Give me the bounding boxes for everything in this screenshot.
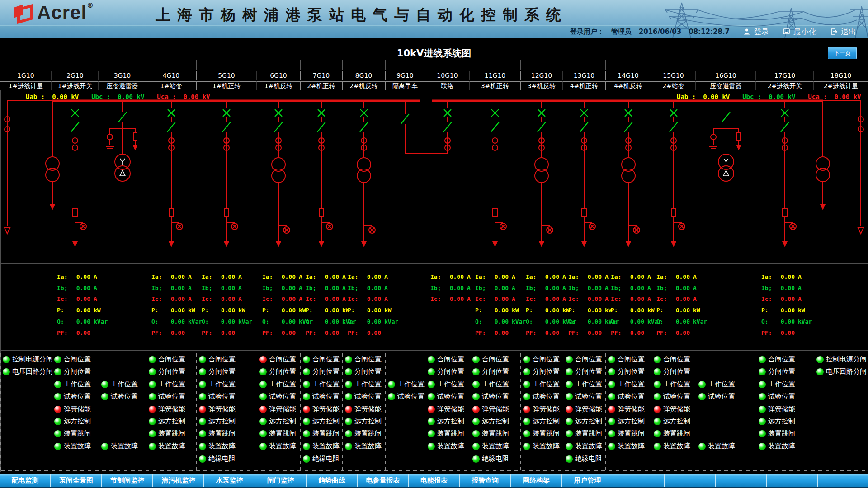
status-col11-合闸位置: 合闸位置 — [472, 356, 509, 363]
measurement-PF-col4: PF:0.00 — [151, 329, 188, 337]
nav-tab-配电监测[interactable]: 配电监测 — [0, 474, 50, 487]
status-label: 装置跳闸 — [269, 429, 296, 438]
status-label: 工作位置 — [618, 380, 645, 389]
nav-tab-趋势曲线[interactable]: 趋势曲线 — [307, 474, 357, 487]
led-green — [149, 368, 156, 375]
page-title: 10kV进线系统图 — [0, 47, 868, 60]
status-col4-装置跳闸: 装置跳闸 — [149, 430, 185, 437]
separator-line — [0, 263, 868, 264]
status-label: 工作位置 — [482, 380, 509, 389]
measurement-Ib-col6: Ib;0.00A — [262, 284, 302, 292]
measurement-P-col8: P:0.00kW — [348, 306, 392, 314]
status-col4-工作位置: 工作位置 — [149, 380, 185, 388]
status-label: 装置跳闸 — [618, 429, 645, 438]
status-col6-远方控制: 远方控制 — [259, 418, 296, 425]
status-col4-合闸位置: 合闸位置 — [149, 356, 185, 363]
led-green — [608, 443, 615, 450]
status-label: 合闸位置 — [354, 355, 382, 364]
status-col13-分闸位置: 分闸位置 — [566, 368, 602, 375]
led-red — [259, 406, 267, 413]
header-tick — [385, 60, 386, 70]
status-label: 装置故障 — [768, 442, 795, 450]
measurement-Q-col5: Q:0.00kVar — [202, 318, 252, 325]
status-col2-远方控制: 远方控制 — [54, 418, 91, 425]
bay-code-2G10: 2G10 — [52, 71, 99, 80]
led-green — [523, 418, 530, 425]
status-label: 分闸位置 — [312, 367, 340, 376]
status-dashed-separator — [99, 353, 99, 470]
status-label: 合闸位置 — [575, 355, 602, 364]
nav-tab-empty[interactable] — [613, 474, 664, 487]
bay-name-18G10: 2#进线计量 — [814, 81, 868, 90]
login-user-value: 管理员 — [611, 28, 632, 36]
led-green — [566, 455, 573, 463]
header-tick — [52, 60, 52, 70]
bay-code-18G10: 18G10 — [814, 71, 868, 80]
nav-tab-empty[interactable] — [767, 474, 817, 487]
nav-tab-empty[interactable] — [818, 474, 868, 487]
status-label: 合闸位置 — [618, 355, 645, 364]
measurement-Ic-col5: Ic:0.00A — [202, 295, 242, 303]
nav-tab-empty[interactable] — [716, 474, 766, 487]
status-label: 装置跳闸 — [533, 429, 560, 438]
led-green — [303, 393, 310, 400]
nav-tab-用户管理[interactable]: 用户管理 — [562, 474, 613, 487]
nav-tab-泵闸全景图[interactable]: 泵闸全景图 — [51, 474, 101, 487]
nav-tab-清污机监控[interactable]: 清污机监控 — [153, 474, 203, 487]
status-dashed-separator — [605, 353, 606, 470]
status-col14-装置跳闸: 装置跳闸 — [608, 430, 645, 437]
measurement-Ib-col8: Ib;0.00A — [348, 284, 388, 292]
status-label: 试验位置 — [354, 392, 382, 401]
measurement-Ic-col8: Ic:0.00A — [348, 295, 388, 303]
nav-tab-报警查询[interactable]: 报警查询 — [460, 474, 510, 487]
bottom-nav: 配电监测泵闸全景图节制闸监控清污机监控水泵监控闸门监控趋势曲线电参量报表电能报表… — [0, 474, 868, 487]
led-green — [523, 393, 530, 400]
measurement-Ia-col2: Ia:0.00A — [57, 273, 97, 281]
status-col18-电压回路分闸: 电压回路分闸 — [816, 368, 867, 375]
login-button[interactable]: 登录 — [743, 27, 769, 37]
status-label: 分闸位置 — [437, 367, 464, 376]
status-label: 合闸位置 — [269, 355, 296, 364]
measurement-Ia-col14: Ia:0.00A — [611, 273, 651, 281]
bay-code-13G10: 13G10 — [563, 71, 605, 80]
status-label: 分闸位置 — [208, 367, 236, 376]
measurement-PF-col12: PF:0.00 — [526, 329, 562, 337]
bay-name-12G10: 3#机反转 — [520, 81, 563, 90]
status-label: 装置故障 — [437, 442, 464, 450]
status-label: 远方控制 — [269, 417, 296, 426]
scada-screen: Acrel ® 上海市杨树浦港泵站电气与自动化控制系统 登录用户： 管理员 20… — [0, 0, 868, 488]
measurement-Ia-col8: Ia:0.00A — [348, 273, 388, 281]
bay-name-11G10: 3#机正转 — [470, 81, 520, 90]
status-col5-工作位置: 工作位置 — [199, 380, 236, 388]
bay-code-14G10: 14G10 — [605, 71, 651, 80]
status-col16-工作位置: 工作位置 — [698, 380, 735, 388]
measurement-PF-col13: PF:0.00 — [568, 329, 605, 337]
led-green — [472, 393, 480, 400]
nav-tab-电参量报表[interactable]: 电参量报表 — [358, 474, 408, 487]
status-label: 合闸位置 — [482, 355, 509, 364]
led-green — [523, 381, 530, 388]
exit-button[interactable]: 退出 — [830, 27, 856, 37]
nav-tab-电能报表[interactable]: 电能报表 — [409, 474, 459, 487]
measurement-Ib-col12: Ib;0.00A — [526, 284, 566, 292]
led-green — [259, 443, 267, 450]
measurement-Ic-col10: Ic:0.00A — [430, 295, 471, 303]
led-green — [199, 443, 206, 450]
minimize-button[interactable]: 最小化 — [783, 27, 816, 37]
status-label: 工作位置 — [111, 380, 138, 389]
nav-tab-empty[interactable] — [665, 474, 715, 487]
led-green — [816, 356, 824, 363]
nav-tab-水泵监控[interactable]: 水泵监控 — [204, 474, 255, 487]
status-col10-试验位置: 试验位置 — [428, 393, 464, 400]
status-col12-弹簧储能: 弹簧储能 — [523, 405, 560, 413]
status-label: 合闸位置 — [437, 355, 464, 364]
nav-tab-节制闸监控[interactable]: 节制闸监控 — [102, 474, 152, 487]
status-label: 工作位置 — [708, 380, 735, 389]
status-col5-弹簧储能: 弹簧储能 — [199, 405, 236, 413]
nav-tab-闸门监控[interactable]: 闸门监控 — [255, 474, 306, 487]
next-page-button[interactable]: 下一页 — [828, 47, 857, 59]
status-col13-工作位置: 工作位置 — [566, 380, 602, 388]
status-col2-弹簧储能: 弹簧储能 — [54, 405, 91, 413]
nav-tab-网络构架[interactable]: 网络构架 — [511, 474, 561, 487]
led-green — [199, 418, 206, 425]
